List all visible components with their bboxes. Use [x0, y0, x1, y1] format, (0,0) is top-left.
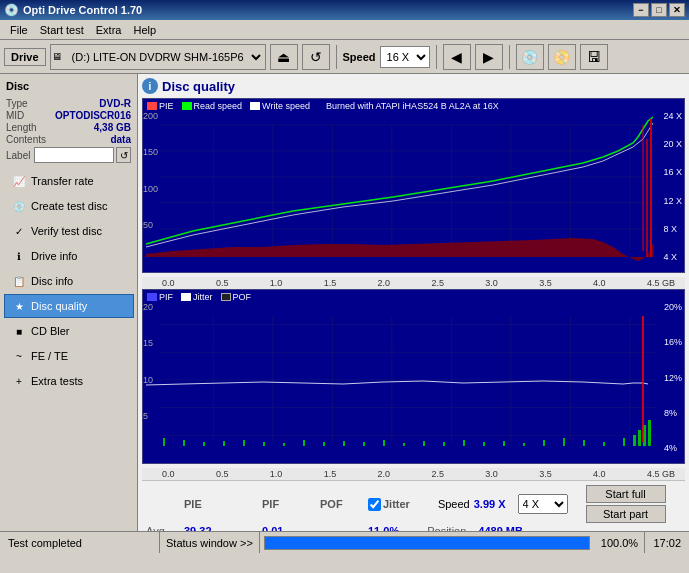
bottom-chart-svg	[143, 290, 684, 463]
bottom-chart-x-axis: 0.0 0.5 1.0 1.5 2.0 2.5 3.0 3.5 4.0 4.5 …	[142, 468, 685, 480]
sidebar-item-create-test-disc[interactable]: 💿 Create test disc	[4, 194, 134, 218]
menu-start-test[interactable]: Start test	[34, 22, 90, 38]
sidebar-item-verify-test-disc[interactable]: ✓ Verify test disc	[4, 219, 134, 243]
type-value: DVD-R	[99, 98, 131, 109]
svg-rect-41	[383, 440, 385, 446]
svg-rect-54	[633, 435, 636, 446]
svg-rect-36	[283, 443, 285, 446]
menu-extra[interactable]: Extra	[90, 22, 128, 38]
sidebar-item-disc-quality[interactable]: ★ Disc quality	[4, 294, 134, 318]
svg-rect-46	[483, 442, 485, 446]
top-chart-y-left: 200 150 100 50	[143, 111, 163, 256]
jitter-header: Jitter	[383, 498, 410, 510]
jitter-header-row: Jitter	[368, 498, 410, 511]
progress-bar-fill	[265, 537, 590, 549]
pof-header: POF	[320, 498, 360, 510]
svg-rect-47	[503, 441, 505, 446]
speed-dropdown[interactable]: 4 X	[518, 494, 568, 514]
disc-section-label: Disc	[2, 78, 135, 94]
toolbar-btn-fwd[interactable]: ▶	[475, 44, 503, 70]
svg-rect-31	[183, 440, 185, 446]
top-chart-x-axis: 0.0 0.5 1.0 1.5 2.0 2.5 3.0 3.5 4.0 4.5 …	[142, 277, 685, 289]
fe-te-icon: ~	[11, 348, 27, 364]
status-percent: 100.0%	[594, 537, 644, 549]
length-label: Length	[6, 122, 37, 133]
main-area: Disc Type DVD-R MID OPTODISCR016 Length …	[0, 74, 689, 531]
svg-rect-55	[638, 430, 641, 446]
toolbar-separator-2	[436, 45, 437, 69]
toolbar: Drive 🖥 (D:) LITE-ON DVDRW SHM-165P6S M5…	[0, 40, 689, 74]
svg-rect-42	[403, 443, 405, 446]
length-value: 4,38 GB	[94, 122, 131, 133]
drive-refresh-button[interactable]: ↺	[302, 44, 330, 70]
sidebar-item-cd-bler[interactable]: ■ CD Bler	[4, 319, 134, 343]
content-header: i Disc quality	[142, 78, 685, 94]
drive-select[interactable]: (D:) LITE-ON DVDRW SHM-165P6S M50F	[64, 46, 264, 68]
jitter-checkbox[interactable]	[368, 498, 381, 511]
svg-marker-13	[146, 238, 654, 261]
toolbar-btn-disc1[interactable]: 💿	[516, 44, 544, 70]
verify-test-disc-icon: ✓	[11, 223, 27, 239]
svg-rect-37	[303, 440, 305, 446]
close-button[interactable]: ✕	[669, 3, 685, 17]
svg-rect-44	[443, 442, 445, 446]
menu-bar: File Start test Extra Help	[0, 20, 689, 40]
drive-eject-button[interactable]: ⏏	[270, 44, 298, 70]
status-window-button[interactable]: Status window >>	[160, 532, 260, 553]
title-text: Opti Drive Control 1.70	[23, 4, 142, 16]
contents-value: data	[110, 134, 131, 145]
bottom-chart-y-left: 20 15 10 5	[143, 302, 163, 447]
maximize-button[interactable]: □	[651, 3, 667, 17]
svg-rect-30	[163, 438, 165, 446]
create-test-disc-icon: 💿	[11, 198, 27, 214]
speed-select[interactable]: 16 X	[380, 46, 430, 68]
title-bar-buttons: − □ ✕	[633, 3, 685, 17]
label-refresh-button[interactable]: ↺	[116, 147, 131, 163]
label-input[interactable]	[34, 147, 114, 163]
minimize-button[interactable]: −	[633, 3, 649, 17]
status-completed-text: Test completed	[0, 532, 160, 553]
toolbar-btn-back[interactable]: ◀	[443, 44, 471, 70]
sidebar-item-disc-info[interactable]: 📋 Disc info	[4, 269, 134, 293]
svg-rect-35	[263, 442, 265, 446]
svg-rect-53	[623, 438, 625, 446]
speed-label: Speed	[343, 51, 376, 63]
toolbar-separator	[336, 45, 337, 69]
sidebar-item-drive-info[interactable]: ℹ Drive info	[4, 244, 134, 268]
position-value: 4489 MB	[478, 525, 523, 531]
svg-rect-38	[323, 442, 325, 446]
svg-rect-52	[603, 442, 605, 446]
status-time: 17:02	[644, 532, 689, 553]
pie-header: PIE	[184, 498, 254, 510]
toolbar-separator-3	[509, 45, 510, 69]
svg-rect-39	[343, 441, 345, 446]
disc-quality-icon: ★	[11, 298, 27, 314]
app-icon: 💿	[4, 3, 19, 17]
title-bar: 💿 Opti Drive Control 1.70 − □ ✕	[0, 0, 689, 20]
toolbar-btn-save[interactable]: 🖫	[580, 44, 608, 70]
cd-bler-icon: ■	[11, 323, 27, 339]
mid-value: OPTODISCR016	[55, 110, 131, 121]
menu-help[interactable]: Help	[127, 22, 162, 38]
mid-label: MID	[6, 110, 24, 121]
menu-file[interactable]: File	[4, 22, 34, 38]
sidebar-item-fe-te[interactable]: ~ FE / TE	[4, 344, 134, 368]
pif-header: PIF	[262, 498, 312, 510]
svg-rect-48	[523, 443, 525, 446]
transfer-rate-icon: 📈	[11, 173, 27, 189]
extra-tests-icon: +	[11, 373, 27, 389]
disc-info-block: Type DVD-R MID OPTODISCR016 Length 4,38 …	[2, 96, 135, 165]
sidebar-item-extra-tests[interactable]: + Extra tests	[4, 369, 134, 393]
sidebar-item-transfer-rate[interactable]: 📈 Transfer rate	[4, 169, 134, 193]
svg-rect-32	[203, 442, 205, 446]
speed-value: 3.99 X	[474, 498, 506, 510]
start-full-button[interactable]: Start full	[586, 485, 666, 503]
top-chart: PIE Read speed Write speed Burned with A…	[142, 98, 685, 273]
start-buttons: Start full Start part	[586, 485, 666, 523]
avg-row: Avg 39.32 0.01 11.0% Position 4489 MB	[146, 525, 681, 531]
avg-label: Avg	[146, 525, 176, 531]
toolbar-btn-disc2[interactable]: 📀	[548, 44, 576, 70]
start-part-button[interactable]: Start part	[586, 505, 666, 523]
contents-label: Contents	[6, 134, 46, 145]
svg-rect-50	[563, 438, 565, 446]
